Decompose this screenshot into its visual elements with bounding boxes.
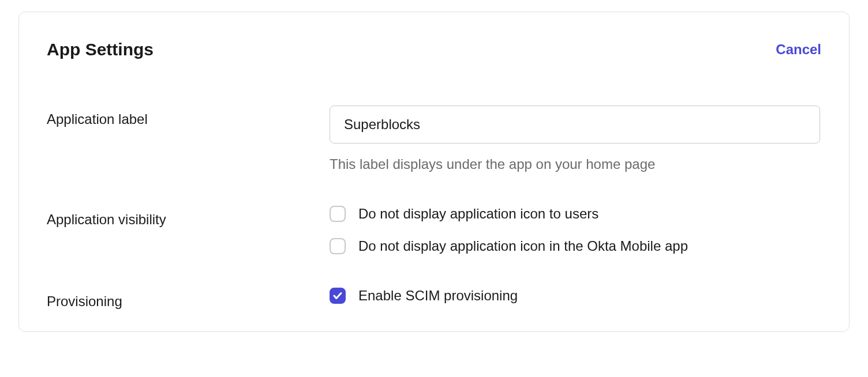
hide-from-mobile-label: Do not display application icon in the O… <box>358 238 688 254</box>
input-col: Do not display application icon to users… <box>330 206 821 254</box>
application-visibility-label: Application visibility <box>47 212 166 227</box>
input-col: Enable SCIM provisioning <box>330 288 821 304</box>
application-label-row: Application label This label displays un… <box>47 105 821 172</box>
application-label-helper: This label displays under the app on you… <box>330 156 821 172</box>
input-col: This label displays under the app on you… <box>330 105 821 172</box>
label-col: Application visibility <box>47 206 330 228</box>
hide-from-users-label: Do not display application icon to users <box>358 206 598 222</box>
app-settings-panel: App Settings Cancel Application label Th… <box>18 12 850 332</box>
hide-from-mobile-checkbox[interactable] <box>330 238 346 254</box>
provisioning-row: Provisioning Enable SCIM provisioning <box>47 288 821 310</box>
hide-from-users-checkbox[interactable] <box>330 206 346 222</box>
label-col: Provisioning <box>47 288 330 310</box>
cancel-button[interactable]: Cancel <box>776 42 821 58</box>
application-label-label: Application label <box>47 111 148 127</box>
enable-scim-checkbox[interactable] <box>330 288 346 304</box>
provisioning-option-scim: Enable SCIM provisioning <box>330 288 821 304</box>
panel-header: App Settings Cancel <box>47 40 821 59</box>
enable-scim-label: Enable SCIM provisioning <box>358 288 518 304</box>
provisioning-label: Provisioning <box>47 293 122 309</box>
application-label-input[interactable] <box>330 105 820 144</box>
application-visibility-row: Application visibility Do not display ap… <box>47 206 821 254</box>
check-icon <box>332 291 343 301</box>
visibility-option-users: Do not display application icon to users <box>330 206 821 222</box>
page-title: App Settings <box>47 40 154 59</box>
visibility-option-mobile: Do not display application icon in the O… <box>330 238 821 254</box>
label-col: Application label <box>47 105 330 127</box>
